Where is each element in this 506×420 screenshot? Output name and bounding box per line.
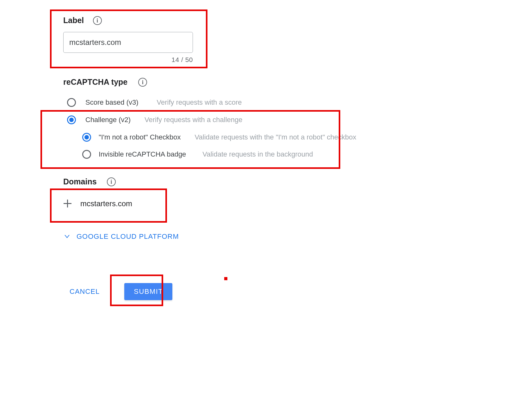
radio-label: "I'm not a robot" Checkbox [99, 133, 181, 141]
radio-suboption-checkbox[interactable]: "I'm not a robot" Checkbox Validate requ… [82, 133, 356, 142]
recaptcha-type-heading: reCAPTCHA type [63, 77, 127, 87]
radio-icon [82, 133, 91, 142]
chevron-down-icon [65, 235, 70, 238]
radio-desc: Verify requests with a challenge [145, 116, 242, 124]
radio-desc: Verify requests with a score [157, 98, 242, 107]
domains-section: Domains [63, 177, 116, 186]
label-input[interactable] [63, 32, 193, 53]
label-section: Label 14 / 50 [63, 16, 193, 64]
plus-icon [63, 199, 72, 208]
radio-icon [67, 98, 76, 107]
recaptcha-type-section: reCAPTCHA type [63, 77, 147, 87]
gcp-expander[interactable]: GOOGLE CLOUD PLATFORM [65, 232, 179, 241]
radio-option-challenge-v2[interactable]: Challenge (v2) Verify requests with a ch… [67, 115, 242, 124]
radio-icon [67, 115, 76, 124]
annotation-highlight [224, 277, 227, 280]
info-icon[interactable] [107, 177, 116, 186]
info-icon[interactable] [93, 16, 102, 25]
cancel-button[interactable]: CANCEL [70, 287, 100, 296]
info-icon[interactable] [138, 78, 147, 87]
radio-option-score-v3[interactable]: Score based (v3) Verify requests with a … [67, 98, 242, 107]
radio-desc: Validate requests with the "I'm not a ro… [195, 133, 356, 141]
add-domain-row[interactable]: mcstarters.com [63, 199, 132, 208]
submit-button[interactable]: SUBMIT [124, 283, 172, 300]
gcp-label: GOOGLE CLOUD PLATFORM [77, 232, 179, 241]
radio-label: Invisible reCAPTCHA badge [99, 150, 186, 158]
recaptcha-register-form: Label 14 / 50 reCAPTCHA type Score based… [0, 0, 506, 420]
radio-desc: Validate requests in the background [202, 150, 313, 158]
domain-value: mcstarters.com [80, 199, 132, 208]
radio-label: Score based (v3) [85, 98, 139, 107]
radio-suboption-invisible[interactable]: Invisible reCAPTCHA badge Validate reque… [82, 150, 313, 159]
domains-heading: Domains [63, 177, 97, 186]
label-heading: Label [63, 16, 84, 25]
radio-label: Challenge (v2) [85, 116, 131, 124]
radio-icon [82, 150, 91, 159]
form-actions: CANCEL SUBMIT [70, 283, 172, 300]
label-char-counter: 14 / 50 [63, 56, 193, 64]
